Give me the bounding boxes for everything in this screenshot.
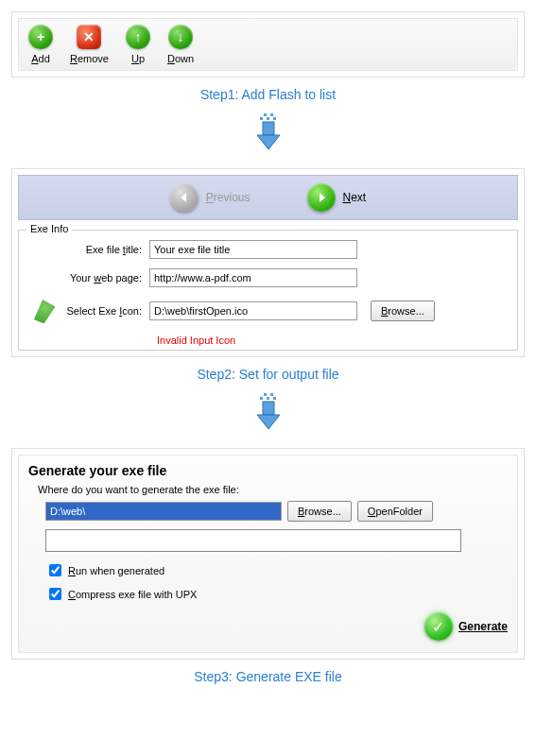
exe-title-input[interactable] (149, 240, 357, 259)
svg-rect-13 (273, 397, 276, 400)
svg-rect-3 (267, 117, 269, 120)
step2-panel: Previous Next Exe Info Exe file title: Y… (11, 168, 525, 357)
svg-rect-1 (270, 113, 273, 116)
browse-output-button[interactable]: Browse... (287, 501, 352, 522)
next-button[interactable]: Next (307, 183, 367, 212)
leaf-icon (28, 297, 57, 325)
svg-rect-12 (267, 397, 269, 400)
exe-info-group: Exe Info Exe file title: Your web page: … (18, 230, 518, 351)
remove-icon: ✕ (77, 25, 101, 49)
output-path-input[interactable] (45, 502, 282, 521)
exe-info-legend: Exe Info (26, 223, 72, 234)
down-button[interactable]: ↓ Down (167, 25, 194, 64)
generate-button[interactable]: ✓ Generate (424, 612, 508, 641)
svg-marker-15 (257, 415, 280, 429)
toolbar: + Add ✕ Remove ↑ Up ↓ Down (18, 18, 518, 71)
svg-rect-0 (264, 113, 267, 116)
step1-panel: + Add ✕ Remove ↑ Up ↓ Down (11, 11, 525, 77)
web-page-input[interactable] (149, 268, 357, 287)
wizard-nav: Previous Next (18, 175, 518, 220)
up-icon: ↑ (126, 25, 150, 49)
remove-button[interactable]: ✕ Remove (70, 25, 109, 64)
svg-rect-9 (264, 393, 267, 396)
step2-label: Step2: Set for output file (11, 367, 525, 382)
run-when-generated-label: Run when generated (68, 565, 164, 576)
generate-group: Generate your exe file Where do you want… (18, 455, 518, 653)
generate-label: Generate (458, 620, 508, 633)
exe-title-label: Exe file title: (28, 244, 149, 255)
web-page-label: Your web page: (28, 272, 149, 284)
browse-icon-button[interactable]: Browse... (371, 301, 435, 321)
compress-upx-checkbox[interactable] (49, 588, 61, 600)
previous-icon (170, 183, 199, 212)
icon-error-text: Invalid Input Icon (157, 335, 508, 346)
add-icon: + (28, 25, 53, 49)
open-folder-button[interactable]: OpenFolder (357, 501, 433, 522)
icon-label: Select Exe Icon: (66, 305, 149, 317)
arrow-down-icon (250, 112, 287, 153)
arrow-down-icon (250, 391, 287, 433)
svg-rect-4 (273, 117, 276, 120)
svg-rect-5 (263, 122, 274, 135)
generate-title: Generate your exe file (28, 463, 508, 478)
run-when-generated-checkbox[interactable] (49, 564, 61, 576)
svg-rect-14 (263, 402, 274, 415)
up-button[interactable]: ↑ Up (126, 25, 150, 64)
add-button[interactable]: + Add (28, 25, 53, 64)
svg-rect-11 (260, 397, 263, 400)
svg-rect-10 (270, 393, 273, 396)
next-icon (307, 183, 336, 212)
svg-marker-8 (320, 193, 325, 202)
step1-label: Step1: Add Flash to list (11, 87, 525, 102)
down-icon: ↓ (168, 25, 193, 49)
progress-bar (45, 529, 461, 552)
check-icon: ✓ (424, 612, 453, 641)
step3-panel: Generate your exe file Where do you want… (11, 448, 525, 660)
step3-label: Step3: Generate EXE file (11, 669, 525, 684)
svg-marker-7 (181, 193, 186, 202)
compress-upx-label: Compress exe file with UPX (68, 589, 197, 600)
svg-marker-6 (257, 135, 280, 149)
svg-rect-2 (260, 117, 263, 120)
generate-subtitle: Where do you want to generate the exe fi… (38, 484, 508, 495)
previous-button: Previous (170, 183, 251, 212)
icon-path-input[interactable] (149, 301, 357, 320)
